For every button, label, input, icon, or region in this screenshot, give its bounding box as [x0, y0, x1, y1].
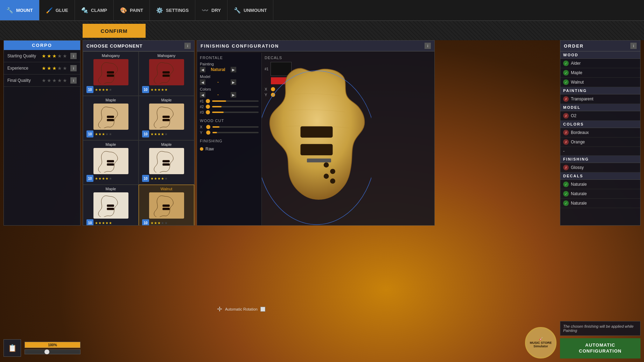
order-item-status-1-0: ✗ [563, 96, 569, 102]
component-stars-2: ★★★★★ [95, 132, 112, 136]
experience-info[interactable]: i [70, 65, 77, 71]
svg-rect-6 [162, 116, 169, 118]
star-2: ★ [47, 53, 51, 59]
component-stars-5: ★★★★★ [150, 177, 168, 180]
colors-next[interactable]: ▶ [231, 92, 236, 98]
svg-rect-2 [162, 71, 169, 74]
toolbar-clamp[interactable]: 🔩 CLAMP [75, 0, 114, 20]
order-item-label-5-1: Naturale [571, 191, 587, 196]
starting-quality-row: Starting Quality ★ ★ ★ ★ ★ i [4, 50, 80, 62]
component-star-1-2: ★ [158, 88, 161, 92]
svg-rect-8 [107, 160, 114, 163]
component-item-4[interactable]: Maple 10★★★★★ [83, 140, 139, 185]
color2-fill [212, 106, 222, 107]
order-section-title-2: MODEL [560, 104, 640, 111]
progress-bar-inner: 100% [25, 342, 80, 348]
toolbar-unmount[interactable]: 🔧 UNMOUNT [227, 0, 273, 20]
experience-stars: ★ ★ ★ ★ ★ [42, 65, 67, 71]
component-image-3 [149, 104, 184, 130]
auto-config-button[interactable]: AUTOMATICCONFIGURATION [560, 338, 640, 359]
rotation-toggle[interactable] [260, 307, 265, 312]
knob-3 [324, 173, 329, 179]
painting-prev[interactable]: ◀ [200, 67, 205, 72]
exp-star-5: ★ [63, 65, 67, 71]
color2-dot [206, 105, 210, 109]
model-prev[interactable]: ◀ [200, 79, 205, 85]
logo: 🎸MUSIC STORESimulator [525, 327, 556, 359]
dry-icon: 〰️ [202, 7, 209, 14]
wood-cut-y-row: Y [200, 130, 259, 135]
component-name-7: Walnut [161, 187, 173, 191]
painting-next[interactable]: ▶ [231, 67, 236, 72]
color1-dot [206, 99, 210, 103]
component-image-0 [93, 59, 128, 85]
choose-component-header: CHOOSE COMPONENT i [83, 41, 194, 51]
frontale-label: FRONTALE [200, 56, 259, 60]
star-5: ★ [63, 53, 67, 59]
progress-pct: 100% [48, 343, 57, 347]
model-control: ◀ - ▶ [200, 79, 259, 85]
component-star-5-1: ★ [154, 177, 157, 180]
component-star-0-3: ★ [105, 88, 108, 92]
clamp-icon: 🔩 [81, 7, 88, 14]
order-item-label-0-1: Maple [571, 70, 582, 75]
color2-row: #2 [200, 105, 259, 109]
choose-component-info[interactable]: i [184, 43, 191, 49]
finishing-dot [200, 147, 203, 151]
toolbar-unmount-label: UNMOUNT [244, 8, 267, 13]
toolbar-glue[interactable]: 🖌️ GLUE [40, 0, 75, 20]
svg-rect-5 [107, 119, 114, 121]
model-next[interactable]: ▶ [231, 79, 236, 85]
component-star-5-0: ★ [150, 177, 154, 180]
colors-prev[interactable]: ◀ [200, 92, 205, 98]
knob-2 [330, 169, 335, 174]
toolbar-dry[interactable]: 〰️ DRY [195, 0, 227, 20]
finishing-config-info[interactable]: i [425, 43, 431, 49]
component-item-0[interactable]: Mahogany 10★★★★★ [83, 51, 139, 96]
component-star-5-4: ★ [164, 177, 168, 180]
component-footer-4: 10★★★★★ [85, 174, 136, 183]
component-name-2: Maple [106, 98, 116, 102]
component-badge-0: 10 [86, 86, 93, 93]
component-item-7[interactable]: Walnut 10★★★★★ [139, 185, 194, 226]
order-section-title-4: FINISHING [560, 156, 640, 163]
component-star-5-3: ★ [161, 177, 164, 180]
component-star-1-0: ★ [150, 88, 154, 92]
component-star-3-2: ★ [158, 132, 161, 136]
component-star-0-4: ★ [109, 88, 112, 92]
bottom-icon: 📋 [4, 339, 21, 357]
toolbar-mount[interactable]: 🔧 MOUNT [0, 0, 40, 20]
painting-label: Painting [200, 62, 259, 66]
component-star-7-0: ★ [150, 221, 154, 225]
component-item-2[interactable]: Maple 10★★★★★ [83, 96, 139, 140]
component-star-0-1: ★ [98, 88, 102, 92]
toolbar-paint[interactable]: 🎨 PAINT [114, 0, 150, 20]
component-star-6-3: ★ [105, 221, 108, 225]
component-item-1[interactable]: Mahogany 10★★★★★ [139, 51, 194, 96]
order-item-5-2: ✓Naturale [560, 199, 640, 208]
order-item-status-0-1: ✓ [563, 70, 569, 76]
component-item-6[interactable]: Maple 10★★★★★ [83, 185, 139, 226]
confirm-button[interactable]: CONFIRM [83, 24, 146, 38]
toolbar-settings[interactable]: ⚙️ SETTINGS [150, 0, 195, 20]
component-star-2-4: ★ [109, 132, 112, 136]
component-badge-5: 10 [142, 175, 149, 182]
component-item-5[interactable]: Maple 10★★★★★ [139, 140, 194, 185]
svg-rect-0 [107, 71, 114, 74]
auto-config-label: AUTOMATICCONFIGURATION [579, 342, 622, 354]
progress-bar2-outer [24, 349, 80, 354]
finishing-config-header: FINISHING CONFIGURATION i [197, 41, 434, 51]
starting-quality-info[interactable]: i [70, 53, 77, 59]
component-item-3[interactable]: Maple 10★★★★★ [139, 96, 194, 140]
component-name-1: Mahogany [158, 54, 175, 58]
component-stars-3: ★★★★★ [150, 132, 168, 136]
color3-track [212, 112, 259, 113]
wood-cut-y-dot [206, 130, 210, 135]
order-section-title-3: COLORS [560, 121, 640, 128]
star-1: ★ [42, 53, 46, 59]
order-info[interactable]: i [630, 43, 637, 49]
order-item-3-0: ✗Bordeaux [560, 128, 640, 137]
final-quality-info[interactable]: i [70, 77, 77, 84]
rotation-icon: ✛ [217, 305, 222, 313]
knob-1 [324, 162, 329, 168]
